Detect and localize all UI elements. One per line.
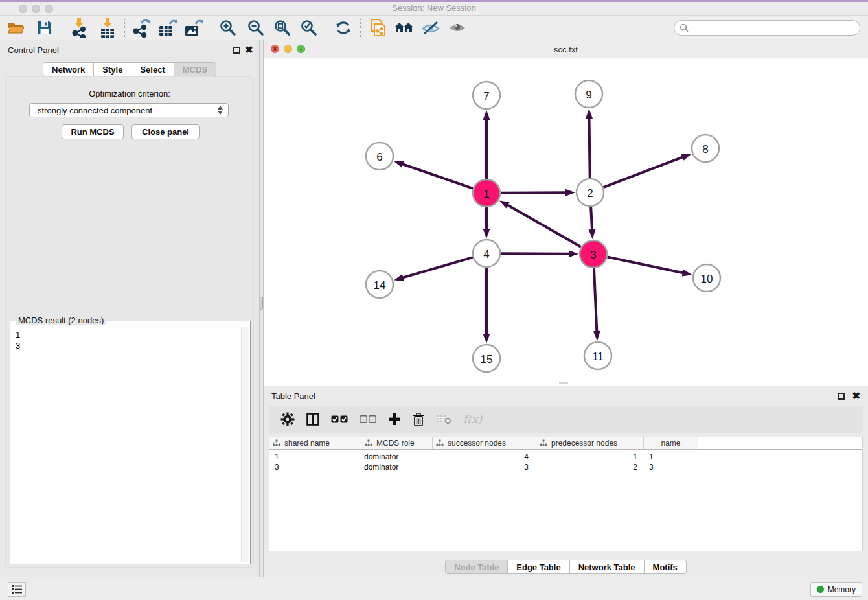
run-mcds-button[interactable]: Run MCDS (62, 124, 124, 139)
graph-edge-4-14[interactable] (402, 257, 473, 278)
table-row[interactable]: 1 dominator 4 1 1 (269, 452, 862, 462)
close-panel-icon[interactable]: ✖ (245, 44, 253, 56)
import-table-button[interactable] (97, 17, 119, 38)
export-network-icon (132, 18, 152, 38)
graph-node-label: 8 (702, 143, 708, 156)
search-field[interactable] (674, 20, 860, 36)
column-header-shared-name[interactable]: shared name (269, 437, 361, 449)
list-icon (11, 584, 23, 594)
zoom-selected-button[interactable] (298, 17, 320, 38)
tree-icon (273, 439, 280, 447)
graph-edge-3-1[interactable] (507, 205, 581, 247)
float-table-panel-button[interactable] (838, 393, 845, 400)
delete-table-button[interactable] (436, 414, 451, 424)
mcds-result-list[interactable]: 1 3 (12, 327, 241, 562)
table-header-row: shared name MCDS role successor nodes pr… (269, 437, 862, 450)
panel-splitter[interactable] (259, 40, 264, 577)
criterion-select[interactable]: strongly connected component (29, 103, 229, 117)
graph-edge-3-10[interactable] (608, 257, 684, 273)
show-columns-button[interactable] (306, 413, 319, 426)
apply-style-refresh-button[interactable] (332, 17, 354, 38)
graph-edge-3-11[interactable] (594, 268, 597, 332)
tab-motifs[interactable]: Motifs (644, 560, 687, 574)
tab-style[interactable]: Style (93, 62, 131, 76)
save-session-button[interactable] (34, 17, 56, 38)
import-network-button[interactable] (68, 17, 90, 38)
show-graphics-details-button[interactable] (446, 17, 468, 38)
tab-edge-table[interactable]: Edge Table (507, 560, 569, 574)
graph-edge-2-8[interactable] (604, 157, 684, 187)
memory-label: Memory (828, 585, 856, 594)
column-settings-button[interactable] (280, 412, 295, 426)
control-panel: Control Panel ✖ Network Style Select MCD… (0, 40, 259, 577)
network-window-title: scc.txt (264, 45, 868, 54)
mcds-result-group: MCDS result (2 nodes) 1 3 (10, 321, 251, 564)
main-toolbar (0, 16, 868, 40)
show-all-networks-button[interactable] (393, 17, 415, 38)
tree-icon (365, 439, 372, 447)
zoom-selected-icon (300, 19, 318, 37)
gear-icon (280, 412, 295, 426)
network-graph-canvas[interactable]: 7968124314101511 (264, 58, 868, 386)
column-header-mcds-role[interactable]: MCDS role (361, 437, 433, 449)
hide-graphics-details-button[interactable] (420, 17, 442, 38)
float-panel-button[interactable] (233, 47, 240, 54)
open-session-button[interactable] (5, 17, 27, 38)
export-image-button[interactable] (183, 17, 205, 38)
tab-network-table[interactable]: Network Table (569, 560, 645, 574)
export-network-button[interactable] (131, 17, 153, 38)
deselect-all-columns-button[interactable] (360, 415, 376, 423)
tab-select[interactable]: Select (131, 62, 174, 76)
network-window-titlebar: × − + scc.txt (264, 40, 868, 58)
export-table-button[interactable] (157, 17, 179, 38)
fit-content-icon (273, 19, 291, 37)
tab-node-table[interactable]: Node Table (445, 560, 508, 574)
duplicate-network-button[interactable] (367, 17, 389, 38)
canvas-resize-handle[interactable] (559, 382, 568, 384)
tab-mcds[interactable]: MCDS (174, 62, 216, 76)
graph-node-label: 7 (483, 90, 489, 102)
column-header-name[interactable]: name (644, 437, 698, 449)
toolbar-separator (360, 19, 361, 37)
network-view-window: × − + scc.txt 7968124314101511 (264, 40, 868, 386)
fx-icon: f(x) (463, 413, 482, 426)
select-all-columns-button[interactable] (331, 415, 348, 423)
optimization-criterion-label: Optimization criterion: (6, 89, 253, 98)
create-column-button[interactable] (388, 413, 401, 426)
function-builder-button[interactable]: f(x) (463, 413, 482, 426)
splitter-handle[interactable] (260, 297, 263, 310)
graph-edge-4-3[interactable] (501, 253, 570, 254)
tab-network[interactable]: Network (43, 62, 94, 76)
graph-edge-1-6[interactable] (402, 164, 473, 189)
task-history-button[interactable] (8, 582, 26, 597)
graph-edge-arrow (569, 250, 578, 257)
zoom-out-button[interactable] (245, 17, 267, 38)
graph-node-label: 6 (376, 151, 382, 163)
mcds-result-item[interactable]: 3 (16, 340, 241, 351)
graph-node-label: 14 (374, 279, 386, 292)
toolbar-separator (124, 19, 125, 37)
table-row[interactable]: 3 dominator 3 2 3 (269, 462, 862, 472)
table-panel-header: Table Panel ✖ (264, 386, 868, 406)
close-panel-button[interactable]: Close panel (131, 124, 200, 139)
tree-icon (436, 439, 444, 447)
application-window: Session: New Session (0, 0, 868, 600)
fit-content-button[interactable] (271, 17, 293, 38)
graph-edge-2-9[interactable] (589, 117, 589, 178)
column-header-successor-nodes[interactable]: successor nodes (433, 437, 536, 449)
graph-edge-2-3[interactable] (591, 207, 592, 231)
result-scrollbar[interactable] (241, 327, 249, 562)
graph-node-label: 1 (483, 188, 489, 200)
refresh-icon (334, 19, 352, 36)
graph-edge-arrow (586, 109, 593, 119)
close-table-panel-icon[interactable]: ✖ (852, 390, 860, 402)
zoom-in-button[interactable] (217, 17, 239, 38)
graph-edge-1-2[interactable] (501, 192, 567, 193)
memory-button[interactable]: Memory (810, 582, 862, 597)
zoom-out-icon (247, 19, 265, 37)
delete-column-button[interactable] (413, 413, 424, 426)
column-header-predecessor-nodes[interactable]: predecessor nodes (536, 437, 644, 449)
status-bar: Memory (0, 577, 868, 600)
search-input[interactable] (692, 23, 860, 32)
mcds-result-item[interactable]: 1 (16, 329, 241, 340)
